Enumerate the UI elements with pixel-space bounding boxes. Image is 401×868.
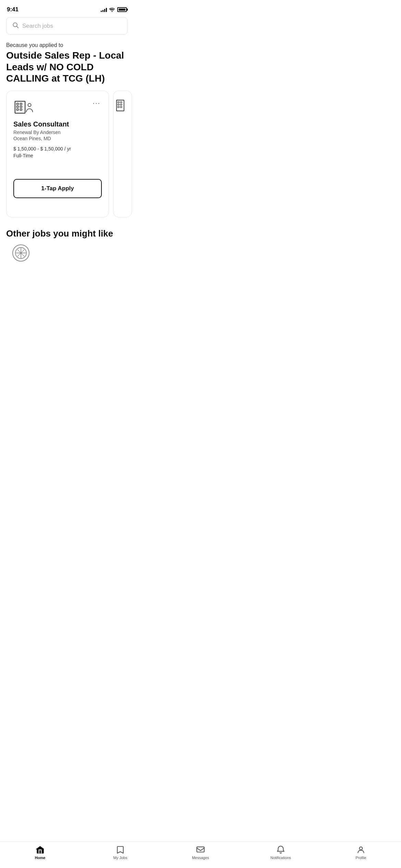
search-bar[interactable]: Search jobs <box>6 17 127 35</box>
svg-rect-11 <box>118 101 119 103</box>
signal-icon <box>101 7 107 12</box>
company-name: Renewal By Andersen <box>13 130 102 135</box>
svg-rect-7 <box>20 106 22 108</box>
job-card-featured[interactable]: ... Sales Consultant Renewal By Andersen… <box>6 91 109 217</box>
search-placeholder: Search jobs <box>22 23 53 29</box>
compass-icon <box>12 244 29 262</box>
status-icons <box>101 7 127 12</box>
job-card-partial[interactable] <box>113 91 132 217</box>
job-salary: $ 1,50,000 - $ 1,50,000 / yr <box>13 146 102 152</box>
job-title: Sales Consultant <box>13 120 102 128</box>
svg-rect-5 <box>16 109 19 110</box>
other-jobs-title: Other jobs you might like <box>6 228 127 239</box>
card-header: ... <box>13 98 102 115</box>
job-type: Full-Time <box>13 153 102 158</box>
wifi-icon <box>109 7 115 12</box>
job-cards-scroll[interactable]: ... Sales Consultant Renewal By Andersen… <box>0 91 134 220</box>
main-content: Search jobs Because you applied to Outsi… <box>0 17 134 289</box>
company-logo <box>13 98 34 115</box>
job-location: Ocean Pines, MD <box>13 136 102 141</box>
status-time: 9:41 <box>7 6 19 13</box>
status-bar: 9:41 <box>0 0 134 17</box>
partial-card-content <box>116 98 129 112</box>
svg-rect-13 <box>118 106 119 108</box>
svg-rect-8 <box>20 109 22 110</box>
more-options-button[interactable]: ... <box>91 98 102 106</box>
svg-point-9 <box>28 104 31 107</box>
search-icon <box>12 22 19 30</box>
svg-rect-4 <box>16 106 19 108</box>
recommendation-title: Outside Sales Rep - Local Leads w/ NO CO… <box>6 50 127 84</box>
svg-rect-12 <box>118 104 119 105</box>
svg-rect-16 <box>120 106 122 108</box>
one-tap-apply-button[interactable]: 1-Tap Apply <box>13 179 102 198</box>
svg-line-1 <box>17 26 19 28</box>
battery-icon <box>117 7 127 12</box>
svg-rect-3 <box>16 103 19 105</box>
svg-rect-14 <box>120 101 122 103</box>
svg-rect-6 <box>20 103 22 105</box>
svg-point-17 <box>15 248 26 258</box>
recommendation-subtitle: Because you applied to <box>6 42 127 48</box>
svg-rect-15 <box>120 104 122 105</box>
